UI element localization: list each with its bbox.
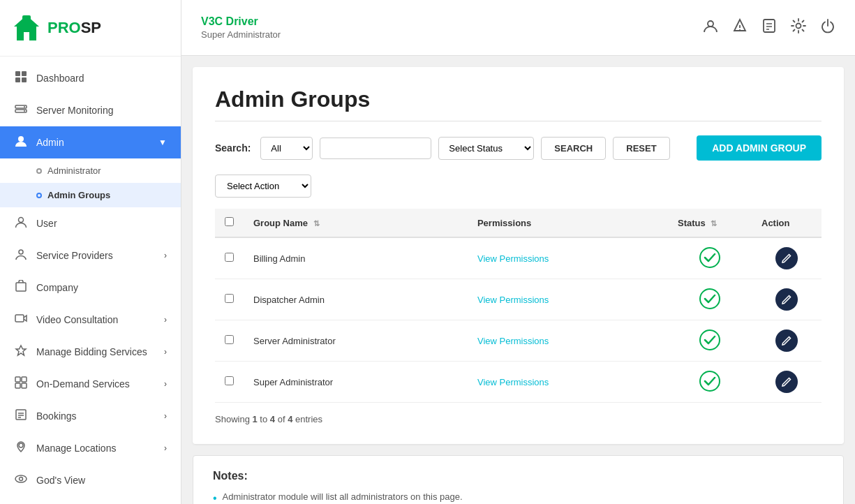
svg-rect-18 <box>22 383 27 388</box>
notes-bullet-icon: • <box>213 491 217 504</box>
sidebar-item-service-providers[interactable]: Service Providers › <box>0 239 181 272</box>
on-demand-arrow: › <box>164 379 167 389</box>
sidebar-item-gods-view[interactable]: God's View <box>0 464 181 496</box>
status-header[interactable]: Status ⇅ <box>668 209 752 237</box>
service-providers-arrow: › <box>164 251 167 260</box>
search-input[interactable] <box>320 138 431 159</box>
row-checkbox[interactable] <box>225 335 234 344</box>
notes-icon[interactable] <box>761 18 777 37</box>
sidebar-item-manage-locations[interactable]: Manage Locations › <box>0 432 181 464</box>
notes-item: • Administrator module will list all adm… <box>213 489 824 504</box>
status-cell <box>668 237 752 279</box>
video-consultation-arrow: › <box>164 315 167 325</box>
row-checkbox[interactable] <box>225 253 234 262</box>
svg-rect-2 <box>15 71 20 76</box>
group-name-cell: Super Administrator <box>244 362 468 403</box>
title-divider <box>215 121 821 121</box>
row-checkbox[interactable] <box>225 376 234 385</box>
status-active-icon <box>699 329 721 351</box>
sidebar-item-administrator[interactable]: Administrator <box>0 158 181 183</box>
add-admin-group-button[interactable]: ADD ADMIN GROUP <box>697 135 821 161</box>
alert-icon[interactable] <box>732 18 748 37</box>
table-body: Billing Admin View Permissions <box>215 237 821 403</box>
view-permissions-link[interactable]: View Permissions <box>477 336 549 346</box>
power-icon[interactable] <box>820 18 835 37</box>
table-row: Dispatcher Admin View Permissions <box>215 279 821 320</box>
settings-icon[interactable] <box>791 18 806 37</box>
svg-point-12 <box>19 250 23 254</box>
svg-point-8 <box>24 106 25 108</box>
group-name-header[interactable]: Group Name ⇅ <box>244 209 468 237</box>
reset-button[interactable]: RESET <box>613 137 669 160</box>
manage-locations-icon <box>14 440 28 456</box>
sidebar-subitem-label-admin-groups: Admin Groups <box>47 190 110 200</box>
sidebar-subitem-label-administrator: Administrator <box>47 165 101 176</box>
svg-point-23 <box>19 443 23 447</box>
sidebar-nav: Dashboard Server Monitoring Admin ▼ Admi… <box>0 57 181 504</box>
sidebar-item-admin[interactable]: Admin ▼ <box>0 126 181 158</box>
sidebar-item-label-gods-view: God's View <box>36 475 85 486</box>
row-checkbox[interactable] <box>225 294 234 303</box>
svg-rect-29 <box>764 20 775 32</box>
service-providers-icon <box>14 248 28 263</box>
edit-button[interactable] <box>775 247 798 269</box>
admin-groups-table: Group Name ⇅ Permissions Status ⇅ Action <box>215 209 821 403</box>
content-card: Admin Groups Search: All Select Status A… <box>193 67 844 444</box>
admin-arrow-icon: ▼ <box>158 138 167 147</box>
logo: PROSP <box>0 0 181 57</box>
group-name-cell: Server Administrator <box>244 320 468 362</box>
notes-list: • Administrator module will list all adm… <box>213 489 824 504</box>
action-select[interactable]: Select Action Delete <box>215 175 311 198</box>
status-select[interactable]: Select Status Active Inactive <box>438 137 534 160</box>
status-active-icon <box>699 370 721 392</box>
svg-point-9 <box>24 110 25 112</box>
user-icon[interactable] <box>703 18 718 37</box>
sidebar-item-bookings[interactable]: Bookings › <box>0 400 181 432</box>
sidebar-item-user[interactable]: User <box>0 207 181 239</box>
group-name-cell: Dispatcher Admin <box>244 279 468 320</box>
svg-rect-14 <box>15 315 24 322</box>
group-name-cell: Billing Admin <box>244 237 468 279</box>
sidebar-item-label-manage-bidding: Manage Bidding Services <box>36 346 147 357</box>
admin-groups-dot <box>36 193 42 198</box>
dashboard-icon <box>14 71 28 86</box>
svg-point-28 <box>739 29 741 31</box>
administrator-dot <box>36 168 42 174</box>
view-permissions-link[interactable]: View Permissions <box>477 295 549 305</box>
sidebar-item-label-on-demand: On-Demand Services <box>36 378 130 390</box>
edit-button[interactable] <box>775 329 798 352</box>
sidebar-item-server-monitoring[interactable]: Server Monitoring <box>0 94 181 126</box>
action-cell <box>752 237 821 279</box>
admin-icon <box>14 135 28 150</box>
sidebar-item-admin-groups[interactable]: Admin Groups <box>0 183 181 207</box>
action-select-wrap: Select Action Delete <box>215 175 821 198</box>
sidebar-item-company[interactable]: Company <box>0 272 181 304</box>
sidebar-item-manage-bidding-services[interactable]: Manage Bidding Services › <box>0 336 181 368</box>
notes-title: Notes: <box>213 470 824 482</box>
select-all-checkbox[interactable] <box>225 217 234 226</box>
search-label: Search: <box>215 142 251 154</box>
permissions-cell: View Permissions <box>468 320 668 362</box>
svg-point-33 <box>796 24 801 29</box>
search-button[interactable]: SEARCH <box>541 137 606 160</box>
edit-button[interactable] <box>775 371 798 393</box>
bookings-arrow: › <box>164 411 167 421</box>
sidebar-item-on-demand[interactable]: On-Demand Services › <box>0 368 181 400</box>
sidebar-item-dashboard[interactable]: Dashboard <box>0 62 181 94</box>
svg-rect-16 <box>22 377 27 382</box>
sidebar-item-label-server-monitoring: Server Monitoring <box>36 105 114 116</box>
notes-item-text: Administrator module will list all admin… <box>223 491 463 502</box>
view-permissions-link[interactable]: View Permissions <box>477 377 549 387</box>
action-cell <box>752 279 821 320</box>
svg-rect-17 <box>15 383 20 388</box>
gods-view-icon <box>14 473 28 488</box>
sidebar-item-video-consultation[interactable]: Video Consultation › <box>0 304 181 336</box>
row-checkbox-cell <box>215 279 244 320</box>
row-checkbox-cell <box>215 237 244 279</box>
notes-card: Notes: • Administrator module will list … <box>193 455 844 504</box>
permissions-header: Permissions <box>468 209 668 237</box>
pagination-to: 4 <box>270 414 275 424</box>
filter-select[interactable]: All <box>260 137 313 160</box>
edit-button[interactable] <box>775 288 798 311</box>
view-permissions-link[interactable]: View Permissions <box>477 253 549 264</box>
